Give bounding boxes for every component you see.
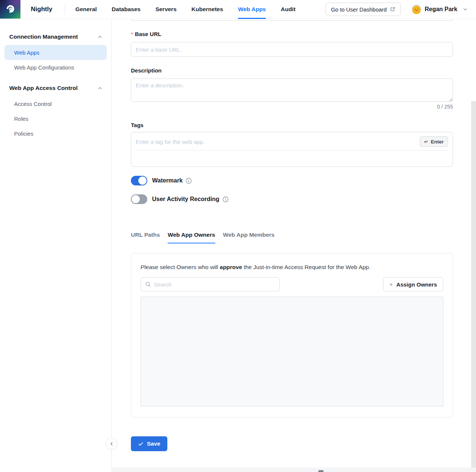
user-activity-recording-label: User Activity Recording (152, 196, 219, 203)
user-activity-recording-toggle-row: User Activity Recording (131, 194, 453, 204)
top-navbar: Nightly General Databases Servers Kubern… (0, 0, 476, 19)
assign-owners-label: Assign Owners (396, 281, 437, 288)
tab-web-app-members[interactable]: Web App Members (223, 232, 275, 243)
tags-label: Tags (131, 122, 453, 128)
owners-controls: + Assign Owners (141, 277, 443, 291)
sidebar-item-access-control[interactable]: Access Control (4, 96, 107, 111)
brand-name: Nightly (31, 6, 52, 13)
web-app-owners-panel: Please select Owners who will approve th… (131, 253, 453, 418)
sidebar-item-web-app-configurations[interactable]: Web App Configurations (4, 60, 107, 75)
sidebar-section-web-app-access-control[interactable]: Web App Access Control (9, 85, 103, 91)
primary-nav: General Databases Servers Kubernetes Web… (75, 0, 296, 19)
scrolled-out-input[interactable] (131, 19, 453, 21)
assign-owners-button[interactable]: + Assign Owners (383, 277, 443, 291)
owners-empty-list[interactable] (141, 297, 443, 407)
description-label: Description (131, 67, 453, 74)
nav-item-kubernetes[interactable]: Kubernetes (192, 0, 223, 19)
user-avatar[interactable] (412, 4, 421, 14)
owners-search-input[interactable] (154, 281, 275, 288)
sidebar-gap (0, 75, 111, 85)
avatar-features (412, 4, 421, 14)
sidebar-items-group-2: Access Control Roles Policies (0, 96, 111, 141)
enter-key-icon: ↵ (424, 139, 428, 145)
watermark-toggle-row: Watermark (131, 176, 453, 185)
sidebar-section-title: Web App Access Control (9, 85, 78, 91)
header-right: Go to User Dashboard Regan Park (325, 3, 476, 16)
app-logo[interactable] (0, 0, 20, 19)
toggle-knob (138, 177, 147, 185)
header-divider (65, 4, 65, 14)
info-icon[interactable] (222, 196, 229, 203)
dashboard-button-label: Go to User Dashboard (331, 6, 387, 13)
user-activity-recording-toggle[interactable] (131, 194, 147, 204)
page-footer (112, 468, 476, 472)
nav-item-general[interactable]: General (75, 0, 97, 19)
sidebar-item-policies[interactable]: Policies (4, 126, 107, 141)
chevron-down-icon[interactable] (463, 7, 468, 12)
main-content: *Base URL Description 0 / 255 Tags ↵ Ent… (131, 19, 453, 451)
sidebar-items-group-1: Web Apps Web App Configurations (0, 45, 111, 75)
plus-icon: + (389, 281, 393, 288)
nav-item-servers[interactable]: Servers (155, 0, 177, 19)
watermark-toggle[interactable] (131, 176, 147, 185)
vertical-scrollbar[interactable] (471, 101, 476, 468)
external-link-icon (390, 7, 395, 12)
chevron-up-icon[interactable] (97, 34, 103, 40)
chevron-left-icon (109, 441, 114, 446)
sidebar-section-title: Connection Management (9, 33, 78, 40)
sidebar-item-roles[interactable]: Roles (4, 111, 107, 126)
required-asterisk: * (131, 31, 133, 37)
owners-search-box[interactable] (141, 277, 280, 291)
base-url-label: *Base URL (131, 31, 453, 37)
tags-input-row: ↵ Enter (136, 136, 448, 151)
sidebar-item-web-apps[interactable]: Web Apps (4, 45, 107, 60)
tags-input[interactable] (136, 139, 420, 145)
tab-web-app-owners[interactable]: Web App Owners (168, 232, 215, 243)
sidebar-collapse-button[interactable] (106, 438, 118, 450)
save-label: Save (147, 440, 160, 447)
char-counter: 0 / 255 (131, 104, 453, 110)
footer-logo (318, 470, 324, 472)
user-name[interactable]: Regan Park (425, 6, 457, 13)
tab-url-paths[interactable]: URL Paths (131, 232, 160, 243)
nav-item-audit[interactable]: Audit (281, 0, 296, 19)
sidebar-section-connection-management[interactable]: Connection Management (9, 33, 103, 40)
save-button[interactable]: Save (131, 436, 167, 451)
detail-tabs: URL Paths Web App Owners Web App Members (131, 232, 453, 243)
enter-key-label: Enter (431, 139, 444, 145)
base-url-input[interactable] (131, 42, 453, 57)
nav-item-databases[interactable]: Databases (112, 0, 141, 19)
sidebar: Connection Management Web Apps Web App C… (0, 19, 112, 472)
info-icon[interactable] (186, 178, 192, 184)
search-icon (145, 281, 151, 287)
approve-emphasis: approve (220, 264, 242, 270)
tags-box: ↵ Enter (131, 132, 453, 167)
nav-item-web-apps[interactable]: Web Apps (238, 0, 266, 19)
owners-instruction: Please select Owners who will approve th… (141, 264, 443, 271)
description-textarea[interactable] (131, 78, 453, 102)
watermark-label: Watermark (152, 177, 183, 184)
querypie-logo-icon (6, 4, 15, 14)
go-to-user-dashboard-button[interactable]: Go to User Dashboard (325, 3, 401, 16)
check-icon (138, 441, 144, 447)
enter-key-badge[interactable]: ↵ Enter (420, 136, 448, 147)
chevron-up-icon[interactable] (97, 85, 103, 91)
toggle-knob (132, 195, 140, 203)
